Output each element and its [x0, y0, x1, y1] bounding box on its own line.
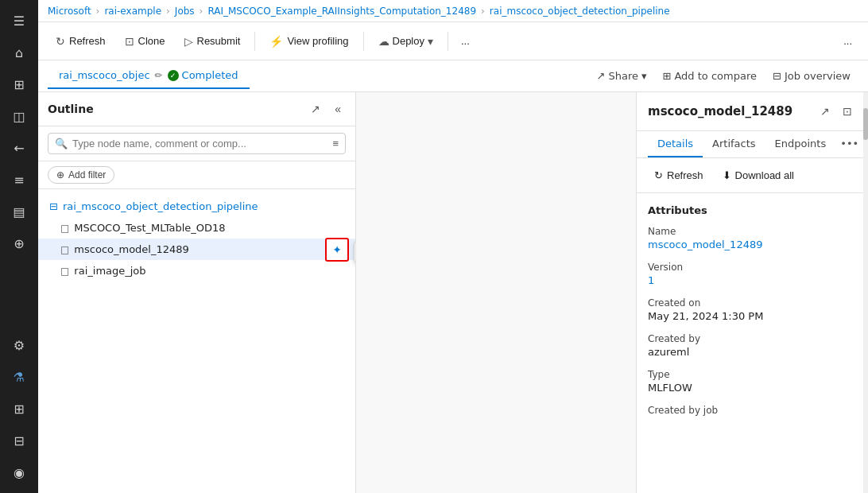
filter-plus-icon: ⊕ — [56, 169, 64, 181]
tree-item-model[interactable]: □ mscoco_model_12489 ✦ Locate in canvas — [38, 239, 355, 260]
attr-type: Type MLFLOW — [648, 369, 857, 394]
attr-type-value: MLFLOW — [648, 382, 857, 394]
refresh-button[interactable]: ↻ Refresh — [48, 31, 114, 52]
rp-tab-artifacts[interactable]: Artifacts — [703, 131, 765, 157]
search-input[interactable] — [72, 138, 327, 149]
sidebar-title: Outline — [48, 103, 94, 115]
sidebar: Outline ↗ « 🔍 ≡ ⊕ Add — [38, 92, 356, 493]
rp-tab-details[interactable]: Details — [648, 131, 703, 157]
share-button[interactable]: ↗ Share ▾ — [589, 65, 655, 87]
panel-more-button[interactable]: ... — [837, 31, 858, 51]
right-panel-tabs: Details Artifacts Endpoints ••• — [637, 131, 868, 158]
toolbar-separator-1 — [254, 32, 255, 51]
right-panel-content: Attributes Name mscoco_model_12489 Versi… — [637, 193, 868, 493]
deploy-button[interactable]: ☁ Deploy ▾ — [370, 31, 441, 52]
resubmit-button[interactable]: ▷ Resubmit — [176, 31, 249, 52]
search-icon: 🔍 — [55, 138, 68, 149]
attr-name-value[interactable]: mscoco_model_12489 — [648, 239, 857, 250]
share-outline-button[interactable]: ↗ — [306, 100, 325, 118]
settings-icon[interactable]: ◉ — [5, 458, 33, 487]
grid-icon[interactable]: ⊞ — [5, 70, 33, 99]
attr-name-label: Name — [648, 226, 857, 237]
close-panel-button[interactable]: ⊡ — [838, 102, 857, 121]
rp-tab-more-button[interactable]: ••• — [835, 131, 863, 157]
toolbar-separator-3 — [448, 32, 448, 51]
canvas-area[interactable]: ⬡ mscoco_model_12489 mscoco_model_12489 … — [356, 92, 636, 493]
right-panel-toolbar: ↻ Refresh ⬇ Download all — [637, 158, 868, 193]
components-icon[interactable]: ⊕ — [5, 229, 33, 258]
filter-icon-button[interactable]: ≡ — [332, 138, 339, 149]
right-panel: mscoco_model_12489 ↗ ⊡ Details Artifacts… — [636, 92, 868, 493]
tree-root-item[interactable]: ⊟ rai_mscoco_object_detection_pipeline — [38, 196, 355, 217]
clone-icon: ⊡ — [125, 35, 134, 48]
sidebar-search: 🔍 ≡ — [38, 126, 355, 161]
attr-version-value: 1 — [648, 274, 857, 286]
tree-item-rai-job[interactable]: □ rai_image_job — [38, 260, 355, 281]
canvas-connections — [356, 92, 636, 493]
sidebar-header: Outline ↗ « — [38, 92, 355, 126]
nav-rail: ☰ ⌂ ⊞ ◫ ← ≡ ▤ ⊕ ⚙ ⚗ ⊞ ⊟ ◉ — [0, 0, 38, 493]
flask-icon[interactable]: ⚗ — [5, 363, 33, 391]
breadcrumb-pipeline[interactable]: rai_mscoco_object_detection_pipeline — [490, 6, 670, 17]
modules-icon[interactable]: ⊞ — [5, 394, 33, 423]
attr-created-by-value: azureml — [648, 346, 857, 358]
play-icon: ▷ — [184, 35, 193, 48]
attr-created-on: Created on May 21, 2024 1:30 PM — [648, 297, 857, 322]
deploy-icon: ☁ — [378, 35, 389, 48]
attr-created-by-label: Created by — [648, 333, 857, 344]
scroll-thumb[interactable] — [863, 108, 868, 140]
rp-refresh-icon: ↻ — [654, 169, 663, 181]
attr-created-by-job: Created by job — [648, 405, 857, 416]
home-icon[interactable]: ⌂ — [5, 38, 33, 67]
refresh-icon: ↻ — [56, 35, 65, 48]
hamburger-icon[interactable]: ☰ — [5, 6, 33, 35]
rp-download-icon: ⬇ — [723, 169, 731, 181]
back-icon[interactable]: ← — [5, 134, 33, 162]
attr-created-on-label: Created on — [648, 297, 857, 309]
jobs-icon[interactable]: ▤ — [5, 197, 33, 226]
pipeline-node-icon: ⊟ — [49, 200, 58, 212]
overview-icon: ⊟ — [773, 70, 781, 82]
right-panel-header: mscoco_model_12489 ↗ ⊡ — [637, 92, 868, 131]
add-to-compare-button[interactable]: ⊞ Add to compare — [655, 65, 765, 87]
pencil-icon[interactable]: ✏ — [155, 70, 163, 81]
add-filter-button[interactable]: ⊕ Add filter — [48, 166, 114, 184]
chevron-down-icon: ▾ — [428, 35, 433, 48]
breadcrumb-jobs[interactable]: Jobs — [175, 6, 195, 17]
breadcrumb-microsoft[interactable]: Microsoft — [48, 6, 91, 17]
attr-created-by: Created by azureml — [648, 333, 857, 358]
scroll-track — [863, 92, 868, 493]
sidebar-header-actions: ↗ « — [306, 100, 346, 118]
sidebar-filters: ⊕ Add filter — [38, 161, 355, 189]
attributes-title: Attributes — [648, 204, 857, 216]
pipelines-icon[interactable]: ⊟ — [5, 426, 33, 455]
attr-created-by-job-label: Created by job — [648, 405, 857, 416]
compute-icon[interactable]: ⚙ — [5, 331, 33, 359]
node-icon-rai: □ — [60, 266, 69, 277]
locate-in-canvas-button[interactable]: ✦ — [325, 238, 349, 262]
status-badge: ✓ Completed — [168, 69, 238, 81]
job-overview-button[interactable]: ⊟ Job overview — [765, 65, 858, 87]
breadcrumb-rai-example[interactable]: rai-example — [104, 6, 161, 17]
rp-download-all-button[interactable]: ⬇ Download all — [716, 166, 800, 184]
attr-version: Version 1 — [648, 262, 857, 286]
rp-tab-endpoints[interactable]: Endpoints — [765, 131, 836, 157]
database-icon[interactable]: ◫ — [5, 102, 33, 130]
toolbar-separator-2 — [363, 32, 364, 51]
clone-button[interactable]: ⊡ Clone — [117, 31, 173, 52]
expand-icon-button[interactable]: ↗ — [816, 102, 835, 121]
tree-item-mltable[interactable]: □ MSCOCO_Test_MLTable_OD18 — [38, 217, 355, 239]
breadcrumb-job-name[interactable]: RAI_MSCOCO_Example_RAIInsights_Computati… — [207, 6, 476, 17]
tab-pipeline[interactable]: rai_mscoco_objec ✏ ✓ Completed — [48, 63, 250, 89]
locate-tooltip: Locate in canvas — [354, 241, 355, 263]
node-icon-model: □ — [60, 244, 69, 255]
collapse-panel-button[interactable]: « — [330, 100, 346, 118]
view-profiling-button[interactable]: ⚡ View profiling — [262, 31, 356, 52]
more-options-button[interactable]: ... — [455, 31, 476, 51]
attr-type-label: Type — [648, 369, 857, 380]
attr-name: Name mscoco_model_12489 — [648, 226, 857, 250]
profiling-icon: ⚡ — [269, 35, 283, 48]
right-panel-header-actions: ↗ ⊡ — [816, 102, 857, 121]
rp-refresh-button[interactable]: ↻ Refresh — [648, 166, 710, 184]
experiments-icon[interactable]: ≡ — [5, 165, 33, 194]
